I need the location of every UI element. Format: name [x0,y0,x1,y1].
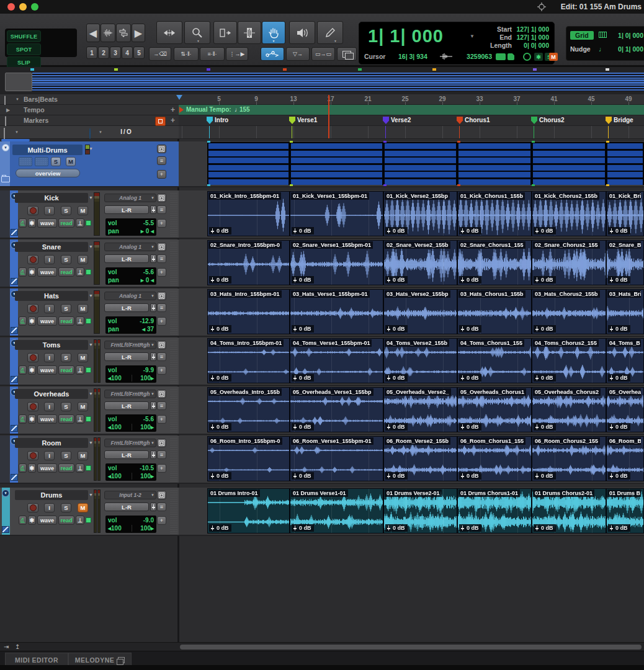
input-monitor-button[interactable]: I [44,451,55,460]
session-overview-strip[interactable] [0,67,644,94]
folder-view-chip-2[interactable] [35,157,48,166]
audio-clip[interactable]: 01_Kick_Verse1_155bpm-010 dB [290,191,383,236]
comments-button[interactable]: ≡ [157,254,166,263]
input-path-selector[interactable]: Analog 1▼ [104,243,156,251]
timebase-indicator[interactable] [86,517,91,523]
output-window-fader-button[interactable] [150,352,156,361]
record-enable-button[interactable] [27,451,38,460]
marker-edit-button[interactable] [155,117,166,126]
zoom-out-arrow-button[interactable]: ◀ [86,24,100,42]
output-window-button[interactable] [157,341,166,349]
waveform-chip-icon[interactable] [496,53,506,60]
audio-clip[interactable]: 03_Hats_Intro_155bpm-010 dB [207,289,290,334]
nudge-value[interactable]: 0| 1| 000 [618,43,643,55]
output-window-button[interactable] [157,292,166,300]
tempo-ruler-label[interactable]: Tempo [24,106,45,114]
solo-button[interactable]: S [61,451,71,460]
bars-ruler[interactable]: 5913172125293337414549 [179,94,644,105]
clip-gain-badge[interactable]: 0 dB [459,325,481,333]
track-header-drums[interactable]: ▼Drums▼ISM✱waveread⊥Input 1-2▼L-Rvol-9.0… [0,488,179,536]
clip-gain-badge[interactable]: 0 dB [209,472,231,480]
pan-value[interactable]: ▸ 0 ◂ [141,227,154,235]
timebase-indicator[interactable] [86,416,91,422]
marker-flag-bridge[interactable] [606,117,612,124]
track-lane-overheads[interactable]: 05_Overheads_Intro_155b0 dB05_Overheads_… [179,386,644,435]
track-header-kick[interactable]: ▼Kick▼ISM✱waveread⊥Analog 1▼L-Rvol-5.5pa… [0,190,179,239]
output-window-fader-button[interactable] [150,254,156,263]
mute-button[interactable]: M [78,402,88,411]
playhead-marker[interactable] [176,95,182,100]
audio-clip[interactable]: 02_Snare_Chorus2_1550 dB [532,240,606,285]
folder-overview-clip[interactable] [383,142,457,185]
audio-clip[interactable]: 06_Room_Verse1_155bpm-010 dB [290,436,383,481]
record-enable-button[interactable] [27,503,38,512]
bars-beats-ruler-label[interactable]: Bars|Beats [24,96,58,103]
playlist-add-button[interactable]: + [157,219,166,228]
folder-overview-clip[interactable] [606,142,644,185]
pan-right-value[interactable]: 100▸ [140,423,154,431]
clip-gain-badge[interactable]: 0 dB [292,325,314,333]
elastic-audio-icon[interactable] [11,327,18,334]
grid-label[interactable]: Grid [570,31,594,40]
folder-overview-clip[interactable] [532,142,606,185]
volume-value[interactable]: -9.0 [143,516,154,524]
elastic-audio-icon[interactable] [11,474,18,481]
audio-clip[interactable]: 03_Hats_Verse2_155bp0 dB [383,289,457,334]
elastic-audio-icon[interactable] [11,278,18,285]
folder-collapse-icon[interactable]: ▼ [2,144,9,151]
output-window-fader-button[interactable] [150,401,156,410]
zoom-preset-5-button[interactable]: 5 [133,47,145,59]
clip-gain-badge[interactable]: 0 dB [459,524,481,532]
output-window-button[interactable] [157,491,166,499]
input-path-selector[interactable]: Analog 1▼ [104,292,156,300]
clip-gain-badge[interactable]: 0 dB [608,524,630,532]
voice-selector-button[interactable]: ⊥ [76,516,84,525]
clip-gain-badge[interactable]: 0 dB [534,524,556,532]
close-window-icon[interactable] [7,3,15,11]
elastic-audio-icon[interactable] [2,526,9,533]
solo-button[interactable]: S [61,353,71,362]
input-monitor-button[interactable]: I [44,353,55,362]
grabber-hand-tool[interactable]: ▼ [262,21,285,44]
audio-clip[interactable]: 01 Drums Intro-010 dB [207,488,290,534]
marker-follows-button[interactable]: ▽→ [286,47,310,61]
folder-view-chip[interactable] [19,157,32,166]
input-monitor-button[interactable]: I [44,255,55,264]
clip-follows-button[interactable]: ▭→▭ [311,47,335,61]
record-enable-button[interactable] [27,402,38,411]
record-status-icon[interactable] [523,53,531,61]
timebase-indicator[interactable] [86,220,91,226]
fader-view-button[interactable] [19,463,27,473]
clip-gain-badge[interactable]: 0 dB [292,472,314,480]
audio-clip[interactable]: 03_Hats_Chorus1_155b0 dB [457,289,532,334]
selection-end-value[interactable]: 127| 1| 000 [502,34,549,42]
audio-clip[interactable]: 02_Snare_Intro_155bpm-00 dB [207,240,290,285]
audio-clip[interactable]: 04_Toms_Verse2_155b0 dB [383,338,457,383]
pan-right-value[interactable]: 100▸ [140,524,154,532]
timebase-indicator[interactable] [86,269,91,275]
output-window-button[interactable] [157,194,166,202]
elastic-analysis-button[interactable]: ✱ [28,316,36,326]
track-lane-hats[interactable]: 03_Hats_Intro_155bpm-010 dB03_Hats_Verse… [179,288,644,337]
audio-clip[interactable]: 05_Overheads_Verse2_0 dB [383,387,457,432]
marker-label[interactable]: Verse2 [391,117,411,123]
audio-clip[interactable]: 01 Drums Chorus1-010 dB [457,488,532,534]
clip-gain-badge[interactable]: 0 dB [608,423,630,431]
zoom-preset-3-button[interactable]: 3 [110,47,121,59]
automation-mode-selector[interactable]: read [58,414,74,424]
horizontal-scrollbar-thumb[interactable] [180,645,642,650]
comments-button[interactable]: ≡ [157,450,166,459]
tab-melodyne[interactable]: MELODYNE [68,653,132,666]
add-tempo-button[interactable]: + [171,105,175,114]
voice-selector-button[interactable]: ⊥ [76,218,84,228]
audio-clip[interactable]: 01_Kick_Verse2_155bp0 dB [383,191,457,236]
mirrored-editing-button[interactable] [261,47,284,61]
marker-flag-chorus1[interactable] [457,117,463,124]
audio-clip[interactable]: 02_Snare_B0 dB [606,240,644,285]
marker-flag-intro[interactable] [207,117,213,124]
clip-gain-badge[interactable]: 0 dB [209,227,231,234]
output-window-fader-button[interactable] [150,502,156,511]
mute-status-badge[interactable]: M [549,53,558,61]
solo-button[interactable]: S [61,255,71,264]
output-path-selector[interactable]: L-R [104,303,149,312]
